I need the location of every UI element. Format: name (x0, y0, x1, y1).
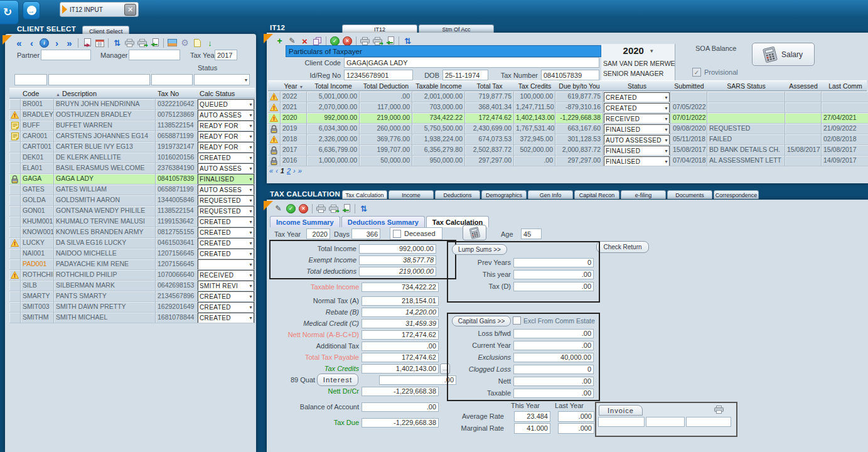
accept-icon[interactable]: ✓ (286, 203, 296, 214)
rate-this-year[interactable]: 23.484 (514, 411, 550, 422)
client-row-CAR001[interactable]: CAR001CARSTENS JOHANNES EG140658871199RE… (9, 131, 255, 142)
tab-stm-of-acc[interactable]: Stm Of Acc (419, 24, 494, 33)
sort-icon[interactable]: ⇅ (402, 36, 413, 46)
document-tab-it12-input[interactable]: IT12 INPUT ✕ (60, 2, 139, 17)
days-input[interactable]: 366 (351, 229, 380, 239)
client-row-CART001[interactable]: CART001CARTER BLUE IVY EG131919732147REA… (9, 142, 255, 153)
tc-tax-year-input[interactable]: 2020 (306, 229, 330, 239)
year-row-2018[interactable]: !20182,326,000.00369,776.001,938,224.006… (268, 134, 867, 145)
calc-status-select[interactable]: ▾ (198, 259, 254, 270)
field-value-total-income[interactable]: 992,000.00 (359, 244, 436, 254)
year-row-2017[interactable]: 20176,636,799.00199,707.006,356,279.802,… (268, 145, 867, 156)
rate-last-year[interactable]: .000 (558, 411, 594, 422)
image-icon[interactable] (167, 38, 178, 48)
field-value-prev-years[interactable]: 0 (513, 258, 594, 267)
page-«[interactable]: « (269, 167, 273, 175)
column-header-tax-no[interactable]: Tax No (156, 89, 198, 98)
recalculate-button[interactable] (463, 225, 486, 240)
client-row-NAI001[interactable]: NAI001NAIDOO MICHELLE1207156645CREATED▾ (9, 249, 255, 259)
provisional-checkbox[interactable]: ✓ (692, 68, 701, 77)
tab-income[interactable]: Income (388, 190, 434, 199)
calc-status-filter-select[interactable]: ▾ (194, 74, 250, 85)
print-icon[interactable] (124, 38, 135, 48)
page-‹[interactable]: ‹ (276, 167, 278, 175)
column-header-assessed[interactable]: Assessed (785, 81, 822, 90)
column-header-year[interactable]: Year ▼ (281, 81, 307, 90)
calc-status-select[interactable]: CREATED▾ (198, 291, 254, 302)
calc-status-select[interactable]: REQUESTED▾ (198, 206, 254, 217)
column-header-total-income[interactable]: Total Income (307, 81, 360, 90)
delete-icon[interactable]: × (299, 36, 310, 46)
edit-icon[interactable]: ✎ (273, 203, 284, 214)
lump-sums-button[interactable]: Lump Sums >> (452, 244, 507, 255)
printer-icon[interactable] (714, 406, 724, 414)
calc-status-select[interactable]: CREATED▾ (198, 313, 254, 323)
capital-gains-button[interactable]: Capital Gains >> (452, 316, 511, 326)
calc-status-select[interactable]: READY FOR▾ (198, 121, 254, 131)
field-value-total-deductions[interactable]: 219,000.00 (359, 267, 436, 276)
column-header-taxable-income[interactable]: Taxable Income (412, 81, 465, 90)
calc-status-select[interactable]: CREATED▾ (198, 217, 254, 227)
tab-demographics[interactable]: Demographics (481, 190, 527, 199)
accept-icon[interactable]: ✓ (330, 36, 340, 46)
partner-input[interactable] (41, 50, 91, 60)
tab-income-summary[interactable]: Income Summary (270, 216, 340, 227)
excl-comm-estate-checkbox[interactable] (513, 316, 521, 325)
salary-button[interactable]: Salary (752, 43, 815, 66)
calc-status-select[interactable]: AUTO ASSES▾ (198, 163, 254, 174)
client-row-BUFF[interactable]: BUFFBUFFET WARREN1138522154READY FOR▾ (9, 121, 255, 131)
tab-e-filing[interactable]: e-filing (621, 190, 666, 199)
tax-number-input[interactable]: 0841057839 (541, 70, 599, 80)
column-header-calc-status[interactable]: Calc Status (198, 89, 255, 98)
year-row-2022[interactable]: !20225,001,000.00.002,001,000.00719,877.… (268, 92, 867, 102)
client-row-SILB[interactable]: SILBSILBERMAN MARK0642698153SMITH REVI▾ (9, 281, 255, 291)
field-value-medical-credit-c-[interactable]: 31,459.39 (362, 319, 439, 328)
client-row-GAGA[interactable]: GAGAGAGA LADY0841057839FINALISED▾ (9, 174, 255, 185)
close-icon[interactable]: ✕ (124, 4, 136, 16)
page-›[interactable]: › (293, 167, 296, 175)
status-select[interactable]: AUTO ASSESSED▾ (604, 135, 670, 145)
client-row-ROTHCHII[interactable]: !ROTHCHIIROTHCHILD PHILIP1070066640RECEI… (9, 270, 255, 281)
tab-deductions[interactable]: Deductions (435, 190, 480, 199)
description-filter-input[interactable] (48, 74, 150, 85)
field-value-balance-of-account[interactable]: .00 (362, 402, 439, 412)
year-row-2016[interactable]: 20161,000,000.0050,000.00950,000.00297,2… (268, 156, 867, 166)
download-icon[interactable]: ↓ (205, 38, 215, 48)
column-header-sars-status[interactable]: SARS Status (707, 81, 785, 90)
nav-home-button[interactable]: ↻ (0, 0, 19, 24)
interest-button[interactable]: Interest (317, 374, 358, 386)
client-row-GOLDA[interactable]: GOLDAGOLDSMITH AARON1344005846REQUESTED▾ (9, 195, 255, 206)
client-row-KNOW001[interactable]: KNOW001KNOWLES BRANDEN ARMY0812755155CRE… (9, 227, 255, 238)
status-select[interactable]: RECEIVED▾ (604, 114, 670, 124)
calc-status-select[interactable]: FINALISED▾ (198, 174, 254, 185)
status-select[interactable]: FINALISED▾ (604, 124, 670, 134)
send-icon[interactable] (341, 203, 351, 214)
client-row-SMITHM[interactable]: SMITHMSMITH MICHAEL1681078844CREATED▾ (9, 313, 255, 323)
field-value-current-year[interactable]: .00 (513, 341, 594, 350)
calc-status-select[interactable]: REQUESTED▾ (198, 195, 254, 206)
last-icon[interactable]: » (64, 38, 75, 48)
calc-status-select[interactable]: READY FOR▾ (198, 142, 254, 153)
invoice-input-2[interactable] (646, 417, 685, 427)
settings-icon[interactable]: ⚙ (179, 38, 190, 48)
status-select[interactable]: CREATED▾ (604, 103, 670, 113)
column-header-total-tax[interactable]: Total Tax (465, 81, 514, 90)
field-value-exclusions[interactable]: 40,000.00 (513, 353, 594, 362)
rate-last-year[interactable]: .000 (558, 423, 594, 434)
year-row-2020[interactable]: !2020992,000.00219,000.00734,422.22172,4… (268, 113, 867, 124)
age-input[interactable]: 45 (521, 229, 542, 239)
client-row-BR001[interactable]: BR001BRUYN JOHN HENDRINNA0322210642QUEUE… (9, 99, 255, 110)
next-icon[interactable]: › (51, 38, 62, 48)
calc-status-select[interactable]: CREATED▾ (198, 249, 254, 259)
year-selector-dropdown[interactable]: 2020▾ (601, 45, 675, 56)
tab-tax-calculation[interactable]: Tax Calculation (342, 190, 387, 199)
column-header-due-by-to-you[interactable]: Due by/to You (555, 81, 603, 90)
column-header-total-deduction[interactable]: Total Deduction (360, 81, 412, 90)
manager-input[interactable] (129, 50, 180, 60)
calc-status-select[interactable]: AUTO ASSES▾ (198, 110, 254, 121)
calc-status-select[interactable]: AUTO ASSES▾ (198, 185, 254, 195)
column-header-code[interactable]: Code (21, 89, 54, 98)
dob-input[interactable]: 25-11-1974 (442, 70, 488, 80)
check-return-button[interactable]: Check Return (596, 241, 649, 253)
status-select[interactable]: FINALISED▾ (604, 146, 670, 156)
